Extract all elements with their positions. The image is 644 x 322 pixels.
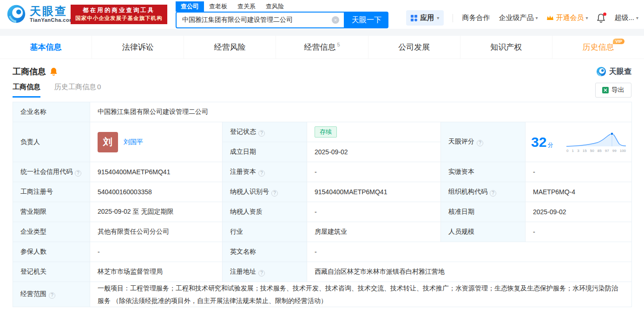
help-icon[interactable]: ?: [258, 170, 265, 177]
tab-legal-proceedings[interactable]: 法律诉讼: [92, 36, 184, 59]
field-label: 实缴资本: [441, 162, 526, 182]
company-type-value: 其他有限责任公司分公司: [90, 222, 223, 242]
watermark-brand-name: 天眼查: [609, 67, 631, 77]
tab-basic-info[interactable]: 基本信息: [0, 36, 92, 59]
table-row: 经营范围? 一般项目：工程管理服务；工程和技术研究和试验发展；技术服务、技术开发…: [13, 282, 632, 307]
business-term-value: 2025-09-02 至 无固定期限: [90, 202, 223, 222]
tab-label: 经营风险: [214, 42, 246, 53]
enterprise-products-menu[interactable]: 企业级产品 ▾: [499, 13, 538, 22]
search-button[interactable]: 天眼一下: [345, 12, 388, 28]
field-label: 纳税人识别号?: [223, 182, 307, 202]
help-icon[interactable]: ?: [258, 270, 265, 276]
company-name-value: 中国雅江集团有限公司建设管理二公司: [90, 102, 632, 122]
section-header: 工商信息 天眼查: [13, 59, 631, 83]
score-value: 32分: [531, 134, 553, 150]
english-name-value: -: [307, 242, 632, 262]
field-label: 企业类型: [13, 222, 90, 242]
reg-status-value: 存续: [307, 122, 441, 142]
clear-search-icon[interactable]: ×: [332, 16, 339, 24]
crown-icon: [546, 15, 554, 21]
help-icon[interactable]: ?: [75, 170, 81, 177]
notification-bell[interactable]: [597, 13, 605, 23]
slogan-line-1: 都在用的商业查询工具: [75, 7, 163, 14]
tianyancha-logo[interactable]: 天眼查 TianYanCha.com: [7, 4, 74, 24]
tab-count-badge: 5: [337, 42, 340, 47]
taxpayer-quality-value: -: [307, 202, 441, 222]
search-row: × 天眼一下: [176, 12, 388, 28]
field-label: 登记状态?: [223, 122, 307, 142]
tab-company-development[interactable]: 公司发展: [368, 36, 460, 59]
search-tab-company[interactable]: 查公司: [176, 1, 204, 12]
export-button[interactable]: 导出: [595, 83, 631, 98]
field-label: 企业名称: [13, 102, 90, 122]
field-label: 纳税人资质: [223, 202, 307, 222]
help-icon[interactable]: ?: [477, 140, 483, 146]
status-badge: 存续: [315, 126, 337, 138]
tab-operational-risk[interactable]: 经营风险: [184, 36, 276, 59]
open-vip-label: 开通会员: [556, 13, 584, 22]
industry-value: 房屋建筑业: [307, 222, 441, 242]
help-icon[interactable]: ?: [271, 190, 278, 197]
tab-label: 历史信息: [582, 42, 614, 53]
business-cooperation-link[interactable]: 商务合作: [462, 13, 490, 22]
search-tab-relation[interactable]: 查关系: [232, 1, 261, 12]
tab-intellectual-property[interactable]: 知识产权: [460, 36, 552, 59]
open-vip-menu[interactable]: 开通会员 ▾: [546, 13, 588, 22]
score-curve-icon: [566, 131, 626, 147]
approval-date-value: 2025-09-02: [526, 202, 632, 222]
tab-label: 法律诉讼: [122, 42, 154, 53]
tianyancha-watermark: 天眼查: [596, 66, 631, 77]
brand-domain: TianYanCha.com: [30, 17, 74, 23]
tab-business-info[interactable]: 经营信息 5: [276, 36, 368, 59]
search-input[interactable]: [177, 16, 332, 24]
table-row: 企业类型 其他有限责任公司分公司 行业 房屋建筑业 人员规模 -: [13, 222, 632, 242]
field-label: 负责人: [13, 122, 90, 162]
subtab-business-info[interactable]: 工商信息: [13, 83, 40, 98]
subtab-history-business-info[interactable]: 历史工商信息0: [54, 83, 101, 98]
taxpayer-id-value: 91540400MAETP6MQ41: [307, 182, 441, 202]
score-chart: 0131550859799100: [566, 131, 626, 153]
subtab-count: 0: [97, 83, 101, 91]
table-row: 营业期限 2025-09-02 至 无固定期限 纳税人资质 - 核准日期 202…: [13, 202, 632, 222]
reg-capital-value: -: [307, 162, 441, 182]
help-icon[interactable]: ?: [49, 292, 55, 299]
search-tab-risk[interactable]: 查风险: [261, 1, 289, 12]
search-tab-boss[interactable]: 查老板: [204, 1, 232, 12]
username-label: 超级...: [614, 13, 634, 22]
export-label: 导出: [611, 86, 624, 94]
field-label: 工商注册号: [13, 182, 90, 202]
tab-history-info[interactable]: 历史信息 VIP: [552, 36, 644, 59]
staff-size-value: -: [526, 222, 632, 242]
person-link[interactable]: 刘国平: [124, 138, 143, 146]
help-icon[interactable]: ?: [490, 190, 496, 197]
legal-rep-cell: 刘 刘国平: [90, 122, 223, 162]
field-label: 英文名称: [223, 242, 307, 262]
field-label: 登记机关: [13, 262, 90, 282]
help-icon[interactable]: ?: [258, 130, 265, 137]
field-label: 人员规模: [441, 222, 526, 242]
separator-band: [0, 29, 644, 36]
table-row: 登记机关 林芝市市场监督管理局 注册地址? 西藏自治区林芝市米林市派镇吞白村雅江…: [13, 262, 632, 282]
chevron-down-icon: ▾: [585, 15, 588, 20]
business-scope-value: 一般项目：工程管理服务；工程和技术研究和试验发展；技术服务、技术开发、技术咨询、…: [90, 282, 632, 307]
tab-label: 知识产权: [490, 42, 522, 53]
field-label: 注册资本?: [223, 162, 307, 182]
score-axis: 0131550859799100: [566, 149, 626, 153]
reg-address-value: 西藏自治区林芝市米林市派镇吞白村雅江营地: [307, 262, 632, 282]
search-area: 查公司 查老板 查关系 查风险 × 天眼一下: [176, 1, 388, 28]
divider: [453, 14, 453, 22]
apps-menu[interactable]: 应用 ▾: [406, 10, 444, 26]
apps-label: 应用: [420, 13, 434, 22]
insured-count-value: -: [90, 242, 223, 262]
notification-dot: [603, 13, 606, 16]
search-tabs: 查公司 查老板 查关系 查风险: [176, 1, 388, 11]
table-row: 企业名称 中国雅江集团有限公司建设管理二公司: [13, 102, 632, 122]
reg-number-value: 540400160003358: [90, 182, 223, 202]
subscribe-bell-icon[interactable]: [50, 67, 58, 76]
subtab-row: 工商信息 历史工商信息0 导出: [13, 83, 631, 98]
tab-label: 公司发展: [398, 42, 430, 53]
table-row: 工商注册号 540400160003358 纳税人识别号? 91540400MA…: [13, 182, 632, 202]
user-menu[interactable]: 超级... ▾: [614, 13, 638, 22]
section-title: 工商信息: [13, 66, 46, 77]
person-avatar[interactable]: 刘: [98, 132, 118, 152]
